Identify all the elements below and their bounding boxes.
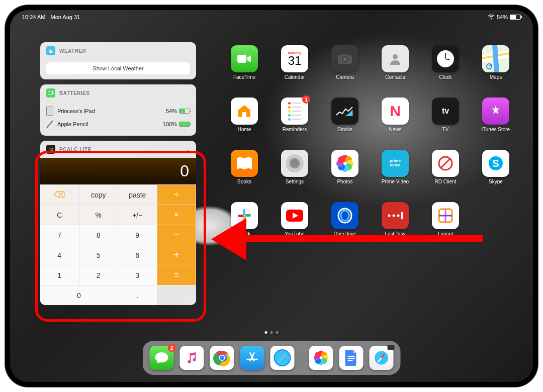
- app-itunes[interactable]: iTunes Store: [473, 97, 519, 146]
- calc-multiply[interactable]: ×: [157, 205, 197, 225]
- app-label: LastPass: [385, 231, 405, 237]
- app-label: Reminders: [283, 127, 307, 132]
- app-stocks[interactable]: Stocks: [322, 97, 368, 146]
- youtube-icon: [281, 202, 308, 229]
- wifi-icon: [488, 15, 495, 20]
- app-skype[interactable]: SSkype: [473, 150, 519, 198]
- calc-4[interactable]: 4: [40, 245, 79, 265]
- app-label: Settings: [286, 179, 304, 184]
- calc-dot[interactable]: .: [118, 285, 157, 305]
- app-label: Maps: [490, 74, 502, 80]
- calc-clear[interactable]: C: [40, 205, 79, 225]
- app-reminders[interactable]: 1Reminders: [272, 97, 318, 146]
- app-layout[interactable]: Layout: [422, 202, 469, 250]
- today-widgets[interactable]: WEATHER Show Local Weather BATTERIES Pri…: [40, 42, 196, 310]
- calc-subtract[interactable]: −: [157, 225, 197, 245]
- rd-client-icon: [432, 150, 459, 177]
- svg-point-7: [343, 57, 347, 61]
- app-home[interactable]: Home: [221, 97, 267, 146]
- calc-2[interactable]: 2: [79, 265, 119, 285]
- app-label: Contacts: [385, 74, 405, 80]
- svg-rect-2: [53, 92, 54, 94]
- dock-music[interactable]: [180, 346, 204, 370]
- app-settings[interactable]: Settings: [272, 150, 318, 198]
- calc-paste[interactable]: paste: [118, 184, 157, 205]
- page-indicator[interactable]: [265, 331, 279, 334]
- calc-9[interactable]: 9: [118, 225, 157, 245]
- pencil-device-icon: [46, 120, 53, 128]
- calc-5[interactable]: 5: [79, 245, 119, 265]
- status-time: 10:24 AM: [22, 14, 45, 20]
- calc-7[interactable]: 7: [40, 225, 79, 245]
- ipad-device-icon: [46, 107, 53, 116]
- calc-equals[interactable]: =: [157, 265, 197, 285]
- app-overdrive[interactable]: OverDrive: [322, 202, 368, 250]
- app-clock[interactable]: Clock: [422, 45, 469, 93]
- dock-recent-docs[interactable]: [339, 346, 364, 370]
- batteries-widget[interactable]: BATTERIES Princess's iPad 54% Apple Penc…: [40, 84, 196, 136]
- app-tv[interactable]: tvTV: [422, 97, 469, 146]
- app-lastpass[interactable]: LastPass: [372, 202, 418, 250]
- calc-plusminus[interactable]: +/−: [118, 205, 157, 225]
- app-books[interactable]: Books: [221, 150, 267, 198]
- skype-icon: S: [482, 150, 509, 177]
- dock-safari[interactable]: [270, 346, 295, 370]
- weather-widget[interactable]: WEATHER Show Local Weather: [40, 42, 196, 79]
- pcalc-icon: 42: [46, 145, 55, 154]
- calc-delete[interactable]: ⌫: [40, 184, 79, 205]
- calc-divide[interactable]: ÷: [157, 184, 197, 205]
- dock-handoff-safari[interactable]: [370, 346, 394, 370]
- slack-icon: [231, 202, 258, 229]
- ipad-frame: 10:24 AM Mon Aug 31 54% WEATHER Show Loc…: [5, 5, 538, 387]
- svg-rect-19: [243, 209, 245, 215]
- svg-rect-5: [342, 54, 347, 56]
- app-slack[interactable]: Slack: [221, 202, 267, 250]
- chevron-down-icon[interactable]: ⌄: [186, 146, 190, 153]
- calc-6[interactable]: 6: [118, 245, 157, 265]
- prime-video-icon: primevideo: [382, 150, 409, 177]
- app-label: Calendar: [285, 74, 305, 80]
- calc-3[interactable]: 3: [118, 265, 157, 285]
- show-local-weather-button[interactable]: Show Local Weather: [46, 62, 190, 74]
- dock-recent-photos[interactable]: [309, 346, 333, 370]
- svg-point-12: [445, 58, 446, 60]
- app-calendar[interactable]: Monday31Calendar: [272, 45, 318, 93]
- app-youtube[interactable]: YouTube: [272, 202, 318, 250]
- app-rd-client[interactable]: RD Client: [422, 150, 469, 198]
- lastpass-icon: [382, 202, 409, 229]
- battery-name: Princess's iPad: [57, 108, 95, 114]
- app-photos[interactable]: Photos: [322, 150, 368, 198]
- svg-rect-29: [401, 212, 403, 219]
- svg-point-8: [393, 54, 398, 59]
- dock-chrome[interactable]: [210, 346, 234, 370]
- mini-battery-icon: [179, 122, 190, 127]
- app-prime-video[interactable]: primevideoPrime Video: [372, 150, 418, 198]
- dock-appstore[interactable]: [240, 346, 264, 370]
- calc-8[interactable]: 8: [79, 225, 119, 245]
- svg-point-28: [397, 215, 400, 217]
- pcalc-widget[interactable]: 42 PCALC LITE ⌄ 0 ⌫ copy paste ÷ C % +/−…: [40, 141, 196, 305]
- app-contacts[interactable]: Contacts: [372, 45, 418, 93]
- app-label: TV: [442, 127, 449, 132]
- messages-badge: 2: [168, 344, 176, 352]
- app-label: Clock: [439, 74, 451, 80]
- app-label: Prime Video: [382, 179, 409, 184]
- status-battery-pct: 54%: [497, 14, 508, 20]
- dock-messages[interactable]: 2: [150, 346, 174, 370]
- calc-0[interactable]: 0: [40, 285, 118, 305]
- calc-copy[interactable]: copy: [79, 184, 119, 205]
- app-maps[interactable]: Maps: [473, 45, 519, 93]
- calc-add[interactable]: +: [157, 245, 197, 265]
- app-label: Layout: [438, 231, 453, 237]
- stocks-icon: [331, 97, 358, 125]
- app-camera[interactable]: Camera: [322, 45, 368, 93]
- calc-1[interactable]: 1: [40, 265, 79, 285]
- app-facetime[interactable]: FaceTime: [221, 45, 267, 93]
- app-label: Photos: [337, 179, 352, 184]
- svg-point-26: [388, 215, 391, 217]
- calendar-icon: Monday31: [281, 45, 308, 72]
- calc-percent[interactable]: %: [79, 205, 119, 225]
- app-news[interactable]: NNews: [372, 97, 418, 146]
- svg-rect-41: [348, 360, 353, 361]
- home-icon: [231, 97, 258, 125]
